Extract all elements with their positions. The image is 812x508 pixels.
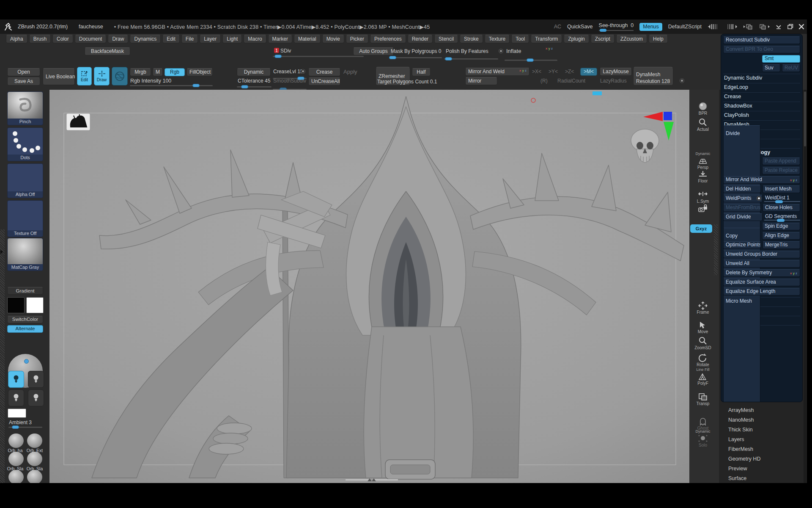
- section-claypolish[interactable]: ClayPolish: [723, 111, 800, 119]
- menu-draw[interactable]: Draw: [108, 35, 128, 43]
- welddist-1-slider[interactable]: WeldDist 1: [764, 195, 800, 202]
- right-shelf-frame-button[interactable]: Frame: [692, 301, 714, 315]
- menu-zplugin[interactable]: Zplugin: [564, 35, 589, 43]
- mirror-button[interactable]: Mirror: [465, 77, 497, 85]
- crease-button[interactable]: Crease: [308, 68, 340, 76]
- left-tray-expand-arrow[interactable]: [0, 250, 3, 254]
- right-shelf-transp-button[interactable]: Transp: [692, 392, 714, 406]
- insert-mesh-button[interactable]: Insert Mesh: [763, 185, 800, 193]
- section-crease[interactable]: Crease: [723, 92, 800, 100]
- backfacemask-button[interactable]: BackfaceMask: [85, 47, 130, 55]
- equalize-surface-area-button[interactable]: Equalize Surface Area: [723, 279, 800, 286]
- right-shelf-polyf-button[interactable]: Line FillPolyF: [692, 367, 714, 386]
- right-shelf-actual-button[interactable]: Actual: [692, 118, 714, 132]
- right-shelf-floor-button[interactable]: Floor: [692, 169, 714, 183]
- menu-movie[interactable]: Movie: [322, 35, 344, 43]
- menu-edit[interactable]: Edit: [162, 35, 180, 43]
- dynamesh-button[interactable]: DynaMesh Resolution 128: [633, 67, 673, 86]
- gd-segments-slider[interactable]: GD Segments: [764, 213, 800, 221]
- creaselvl-radio[interactable]: [301, 69, 305, 73]
- convert-bpr-to-geo-button[interactable]: Convert BPR To Geo: [723, 46, 800, 53]
- switchcolor-button[interactable]: SwitchColor: [7, 316, 43, 323]
- brush-shortcut-thumb[interactable]: [27, 470, 42, 483]
- reconstruct-subdiv-button[interactable]: Reconstruct Subdiv: [723, 36, 800, 44]
- rgb-button[interactable]: Rgb: [165, 68, 185, 76]
- optimize-points-button[interactable]: Optimize Points: [723, 241, 761, 249]
- tray-divider[interactable]: [714, 224, 718, 275]
- menu-layer[interactable]: Layer: [200, 35, 221, 43]
- live-boolean-button[interactable]: Live Boolean: [43, 68, 75, 85]
- current-brush-tile[interactable]: Pinch: [7, 91, 43, 125]
- polish-by-features-slider[interactable]: [444, 58, 498, 60]
- right-shelf-ghost-button[interactable]: Ghost: [692, 417, 714, 431]
- current-alpha-tile[interactable]: Alpha Off: [7, 163, 43, 198]
- right-shelf-camera-lock-button[interactable]: [692, 204, 714, 213]
- auto-groups-button[interactable]: Auto Groups: [353, 47, 394, 55]
- light-3-toggle[interactable]: [8, 389, 24, 406]
- divider-left-icon[interactable]: [708, 24, 720, 30]
- subpalette-layers[interactable]: Layers: [722, 435, 804, 444]
- light-position-dot[interactable]: [24, 359, 29, 364]
- ambient-slider[interactable]: [8, 427, 42, 428]
- micro-mesh-button[interactable]: Micro Mesh: [723, 293, 760, 402]
- menu-dynamics[interactable]: Dynamics: [130, 35, 161, 43]
- mirror-and-weld-button[interactable]: Mirror And Weldxyz: [723, 176, 800, 184]
- right-shelf-solo-button[interactable]: DynamicSolo: [692, 429, 714, 447]
- main-color-swatch[interactable]: [7, 297, 25, 313]
- reuv-button[interactable]: ReUV: [782, 64, 800, 72]
- unweld-groups-border-button[interactable]: Unweld Groups Border: [723, 251, 800, 258]
- subpalette-surface[interactable]: Surface: [722, 474, 804, 483]
- menu-marker[interactable]: Marker: [268, 35, 292, 43]
- current-material-tile[interactable]: MatCap Gray: [7, 238, 43, 271]
- menu-transform[interactable]: Transform: [531, 35, 562, 43]
- sym-x-button[interactable]: >X<: [532, 69, 541, 75]
- suv-button[interactable]: Suv: [762, 64, 780, 72]
- weldpoints-button[interactable]: WeldPoints: [723, 195, 763, 202]
- right-shelf-l-sym-button[interactable]: L.Sym: [692, 190, 714, 204]
- spin-edge-button[interactable]: Spin Edge: [762, 223, 800, 230]
- paste-append-button[interactable]: Paste Append: [762, 157, 800, 165]
- light-2-toggle[interactable]: [28, 371, 44, 388]
- left-tray-scrollbar[interactable]: [0, 229, 5, 483]
- subpalette-nanomesh[interactable]: NanoMesh: [722, 415, 804, 425]
- brush-shortcut-thumb[interactable]: [8, 452, 24, 466]
- current-texture-tile[interactable]: Texture Off: [7, 200, 43, 237]
- slider-knob[interactable]: [777, 219, 785, 222]
- menu-texture[interactable]: Texture: [485, 35, 510, 43]
- sym-y-button[interactable]: >Y<: [549, 69, 558, 75]
- sculpt-viewport[interactable]: [49, 90, 689, 483]
- menu-material[interactable]: Material: [294, 35, 321, 43]
- xyz-axis-mini-icon[interactable]: xyz: [546, 47, 554, 50]
- mirror-and-weld-button[interactable]: Mirror And Weld xyz: [465, 68, 529, 76]
- radio-toggle[interactable]: [757, 196, 761, 200]
- current-stroke-tile[interactable]: Dots: [7, 127, 43, 161]
- subpalette-arraymesh[interactable]: ArrayMesh: [722, 406, 804, 415]
- ctolerance-slider[interactable]: [237, 86, 272, 88]
- mrgb-button[interactable]: Mrgb: [130, 68, 151, 76]
- del-hidden-button[interactable]: Del Hidden: [723, 185, 761, 193]
- menu-light[interactable]: Light: [222, 35, 242, 43]
- menu-render[interactable]: Render: [408, 35, 433, 43]
- lazymouse-button[interactable]: LazyMouse: [600, 68, 632, 76]
- align-edge-button[interactable]: Align Edge: [762, 232, 800, 240]
- fillobject-button[interactable]: FillObject: [187, 68, 213, 76]
- see-through-knob[interactable]: [600, 29, 606, 32]
- menu-stroke[interactable]: Stroke: [460, 35, 483, 43]
- slider-knob[interactable]: [775, 200, 783, 203]
- mask-by-polygroups-slider[interactable]: [389, 57, 442, 58]
- section-dynamic-subdiv[interactable]: Dynamic Subdiv: [723, 74, 800, 81]
- menu-file[interactable]: File: [181, 35, 198, 43]
- secondary-color-swatch[interactable]: [26, 297, 44, 313]
- light-color-swatch[interactable]: [8, 409, 26, 418]
- right-shelf-persp-button[interactable]: DynamicPersp: [692, 152, 714, 170]
- alternate-button[interactable]: Alternate: [7, 325, 43, 333]
- menu-zscript[interactable]: Zscript: [591, 35, 614, 43]
- open-button[interactable]: Open: [7, 68, 40, 76]
- menu-macro[interactable]: Macro: [244, 35, 266, 43]
- section-edgeloop[interactable]: EdgeLoop: [723, 83, 800, 91]
- right-shelf-bpr-button[interactable]: BPR: [692, 102, 714, 116]
- menu-picker[interactable]: Picker: [346, 35, 368, 43]
- save-as-button[interactable]: Save As: [7, 77, 40, 86]
- gyro-button[interactable]: [112, 67, 128, 86]
- light-1-toggle[interactable]: [8, 371, 24, 388]
